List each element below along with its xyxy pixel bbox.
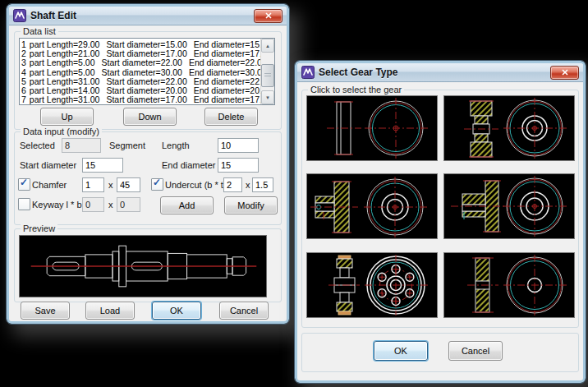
- plain-gear-with-bore-image: [444, 253, 574, 317]
- ok-button[interactable]: OK: [374, 341, 428, 361]
- length-label: Length: [162, 141, 190, 150]
- app-icon: [13, 9, 26, 22]
- gear-option-5[interactable]: [306, 252, 438, 318]
- segment-label: Segment: [109, 141, 145, 150]
- data-list-row[interactable]: 7part Length=31.00Start diameter=17.00En…: [21, 95, 260, 104]
- gear-titlebar[interactable]: Select Gear Type: [297, 63, 583, 82]
- scroll-down-icon[interactable]: ▼: [261, 90, 274, 104]
- up-button[interactable]: Up: [40, 108, 94, 126]
- gear-option-4[interactable]: [443, 173, 575, 239]
- length-field[interactable]: [218, 138, 259, 153]
- data-list[interactable]: 1part Length=29.00Start diameter=15.00En…: [19, 38, 275, 105]
- scrollbar-thumb[interactable]: [261, 64, 274, 87]
- chamfer-label: Chamfer: [32, 180, 67, 190]
- cancel-button[interactable]: Cancel: [448, 341, 503, 361]
- scrollbar-track[interactable]: [261, 53, 274, 90]
- chamfer-times-label: x: [108, 180, 113, 190]
- chamfer-checkbox[interactable]: [18, 178, 30, 191]
- save-button[interactable]: Save: [21, 302, 70, 320]
- spur-gear-with-hub-image: [444, 96, 574, 160]
- keyway-times-label: x: [108, 200, 113, 210]
- delete-button[interactable]: Delete: [204, 108, 258, 126]
- spur-gear-plain-image: [307, 96, 437, 160]
- modify-button[interactable]: Modify: [224, 196, 278, 214]
- chamfer-value2-field[interactable]: [117, 177, 140, 192]
- window-title: Select Gear Type: [319, 67, 546, 78]
- end-diameter-field[interactable]: [218, 158, 259, 173]
- selected-field[interactable]: [62, 138, 101, 153]
- flanged-gear-hub-left-image: [307, 174, 437, 238]
- gear-option-2[interactable]: [443, 95, 575, 161]
- chamfer-value1-field[interactable]: [82, 177, 104, 192]
- gear-select-hint: Click to select the gear: [308, 85, 404, 94]
- keyway-value1-field[interactable]: [82, 197, 104, 212]
- add-button[interactable]: Add: [160, 196, 214, 214]
- desktop-background: Shaft Edit Data list 1part Length=29.00S…: [0, 0, 588, 387]
- gear-footer-panel: [301, 333, 579, 372]
- gear-option-1[interactable]: [306, 95, 438, 161]
- close-icon[interactable]: [254, 9, 283, 23]
- start-diameter-label: Start diameter: [20, 160, 76, 170]
- selected-label: Selected: [20, 141, 55, 150]
- select-gear-type-window: Select Gear Type Click to select the gea…: [295, 61, 586, 383]
- flanged-gear-stepped-hub-image: [444, 174, 574, 238]
- gear-option-3[interactable]: [306, 173, 438, 239]
- app-icon: [301, 66, 315, 79]
- data-list-row[interactable]: 3part Length=5.00Start diameter=22.00End…: [21, 58, 260, 67]
- undercut-checkbox[interactable]: [151, 178, 163, 191]
- data-list-scrollbar[interactable]: ▲ ▼: [260, 39, 274, 104]
- undercut-value1-field[interactable]: [223, 177, 242, 192]
- scroll-up-icon[interactable]: ▲: [261, 39, 274, 53]
- data-list-group-label: Data list: [21, 26, 58, 36]
- preview-group-label: Preview: [21, 223, 57, 233]
- ok-button[interactable]: OK: [152, 302, 201, 320]
- undercut-value2-field[interactable]: [252, 177, 273, 192]
- undercut-times-label: x: [246, 180, 250, 190]
- data-input-group-label: Data input (modify): [21, 127, 102, 136]
- load-button[interactable]: Load: [85, 302, 135, 320]
- keyway-checkbox[interactable]: [18, 198, 30, 210]
- gear-with-bolt-holes-image: [307, 253, 437, 317]
- shaft-edit-window: Shaft Edit Data list 1part Length=29.00S…: [7, 4, 289, 324]
- start-diameter-field[interactable]: [82, 158, 123, 173]
- shaft-preview-image: [19, 235, 267, 297]
- window-title: Shaft Edit: [30, 10, 250, 21]
- keyway-value2-field[interactable]: [117, 197, 140, 212]
- cancel-button[interactable]: Cancel: [219, 302, 269, 320]
- end-diameter-label: End diameter: [162, 160, 215, 170]
- gear-option-6[interactable]: [443, 252, 575, 318]
- down-button[interactable]: Down: [123, 108, 177, 126]
- close-icon[interactable]: [550, 66, 579, 80]
- keyway-label: Keyway l * b: [32, 200, 82, 210]
- undercut-label: Undercut (b * t): [165, 180, 227, 190]
- shaft-edit-titlebar[interactable]: Shaft Edit: [9, 7, 287, 25]
